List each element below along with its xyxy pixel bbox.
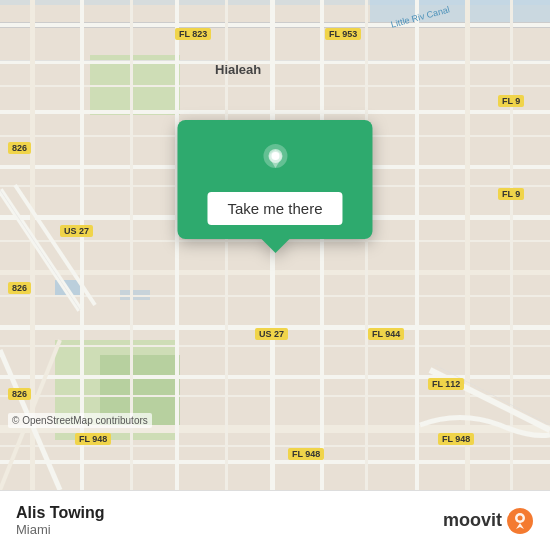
road-label-fl112: FL 112	[428, 378, 464, 390]
road-label-us27a: US 27	[60, 225, 93, 237]
road-label-826c: 826	[8, 388, 31, 400]
moovit-text: moovit	[443, 510, 502, 531]
svg-rect-36	[365, 0, 368, 490]
road-label-826a: 826	[8, 142, 31, 154]
hialeah-label: Hialeah	[215, 62, 261, 77]
bottom-bar: Alis Towing Miami moovit	[0, 490, 550, 550]
svg-point-52	[518, 515, 523, 520]
road-label-fl953: FL 953	[325, 28, 361, 40]
take-me-there-button[interactable]: Take me there	[207, 192, 342, 225]
road-label-fl948a: FL 948	[75, 433, 111, 445]
map-container: FL 823 FL 953 FL 9 FL 9 US 27 US 27 FL 9…	[0, 0, 550, 490]
road-label-us27b: US 27	[255, 328, 288, 340]
moovit-icon	[506, 507, 534, 535]
svg-rect-37	[415, 0, 419, 490]
popup-card: Take me there	[177, 120, 372, 239]
map-attribution: © OpenStreetMap contributors	[8, 413, 152, 428]
svg-rect-35	[320, 0, 324, 490]
svg-rect-32	[175, 0, 179, 490]
location-pin-icon	[255, 140, 295, 184]
business-name: Alis Towing	[16, 504, 105, 522]
road-label-fl9a: FL 9	[498, 95, 524, 107]
road-label-fl823: FL 823	[175, 28, 211, 40]
business-info: Alis Towing Miami	[16, 504, 105, 537]
moovit-logo: moovit	[443, 507, 534, 535]
business-city: Miami	[16, 522, 105, 537]
road-label-fl948b: FL 948	[288, 448, 324, 460]
road-label-fl948c: FL 948	[438, 433, 474, 445]
road-label-fl944: FL 944	[368, 328, 404, 340]
road-label-fl9b: FL 9	[498, 188, 524, 200]
svg-rect-39	[510, 0, 513, 490]
road-label-826b: 826	[8, 282, 31, 294]
